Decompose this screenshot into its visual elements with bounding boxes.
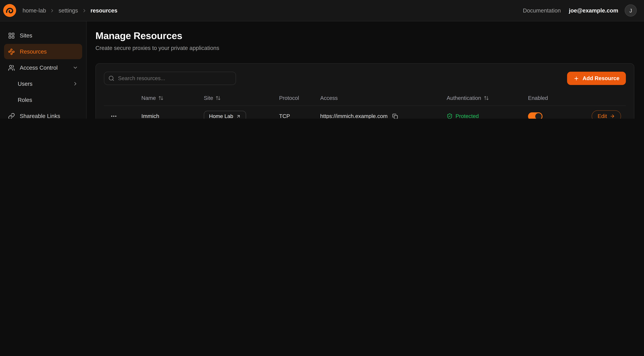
column-header-authentication[interactable]: Authentication <box>447 95 489 101</box>
grid-icon <box>8 32 15 39</box>
edit-button[interactable]: Edit <box>592 110 621 119</box>
sort-icon <box>484 96 489 101</box>
avatar-initial: J <box>629 8 632 14</box>
search-field <box>104 72 236 85</box>
protocol-value: TCP <box>279 113 320 119</box>
documentation-link[interactable]: Documentation <box>523 7 561 14</box>
sort-icon <box>158 96 164 101</box>
resources-table: Name Site Protocol Access Authentication… <box>104 90 626 119</box>
waypoints-icon <box>8 48 15 55</box>
sidebar-item-shareable-links[interactable]: Shareable Links <box>4 108 82 119</box>
resource-name: Immich <box>141 113 204 119</box>
sidebar-item-label: Access Control <box>20 64 58 71</box>
arrow-up-right-icon <box>236 114 241 119</box>
table-header-row: Name Site Protocol Access Authentication… <box>104 90 626 106</box>
avatar[interactable]: J <box>625 4 637 16</box>
chevron-right-icon <box>50 8 55 13</box>
search-icon <box>108 75 114 81</box>
column-header-enabled: Enabled <box>528 95 548 101</box>
breadcrumb: home-lab settings resources <box>22 7 118 14</box>
link-icon <box>8 113 15 119</box>
chevron-down-icon <box>72 65 78 70</box>
column-header-name[interactable]: Name <box>141 95 164 101</box>
sidebar-item-resources[interactable]: Resources <box>4 44 82 59</box>
arrow-right-icon <box>610 114 615 119</box>
search-input[interactable] <box>104 72 236 85</box>
page-title: Manage Resources <box>96 30 634 42</box>
sidebar: Sites Resources Access Control Users <box>0 21 86 119</box>
add-resource-button[interactable]: Add Resource <box>567 72 626 85</box>
chevron-right-icon <box>72 81 78 86</box>
sidebar-item-label: Users <box>18 80 32 87</box>
sidebar-item-label: Shareable Links <box>20 113 60 119</box>
plus-icon <box>574 76 579 81</box>
ellipsis-icon <box>110 113 117 119</box>
sidebar-item-sites[interactable]: Sites <box>4 28 82 43</box>
site-name: Home Lab <box>209 113 233 119</box>
page-subtitle: Create secure proxies to your private ap… <box>96 45 634 51</box>
sidebar-item-users[interactable]: Users <box>4 76 82 92</box>
chevron-right-icon <box>82 8 87 13</box>
site-link-button[interactable]: Home Lab <box>204 110 246 119</box>
resources-panel: Add Resource Name Site Protocol Access A… <box>96 63 634 119</box>
enabled-toggle[interactable] <box>528 112 542 119</box>
shield-check-icon <box>447 113 453 119</box>
sidebar-item-access-control[interactable]: Access Control <box>4 60 82 75</box>
topbar: home-lab settings resources Documentatio… <box>0 0 644 21</box>
sort-icon <box>216 96 221 101</box>
table-row: Immich Home Lab TCP https://immich.examp… <box>104 106 626 119</box>
users-icon <box>8 64 15 71</box>
breadcrumb-settings[interactable]: settings <box>58 7 78 14</box>
column-header-protocol: Protocol <box>279 95 299 101</box>
breadcrumb-home-lab[interactable]: home-lab <box>22 7 46 14</box>
sidebar-item-label: Roles <box>18 97 32 103</box>
copy-button[interactable] <box>392 113 399 119</box>
column-header-site[interactable]: Site <box>204 95 221 101</box>
copy-icon <box>392 114 398 119</box>
sidebar-item-label: Resources <box>20 48 47 55</box>
auth-status: Protected <box>447 113 528 119</box>
sidebar-item-label: Sites <box>20 32 32 39</box>
breadcrumb-resources: resources <box>90 7 118 14</box>
sidebar-item-roles[interactable]: Roles <box>4 92 82 108</box>
column-header-access: Access <box>320 95 338 101</box>
user-email[interactable]: joe@example.com <box>569 7 618 14</box>
row-menu-button[interactable] <box>110 112 118 119</box>
access-url: https://immich.example.com <box>320 113 388 119</box>
app-logo-icon[interactable] <box>3 4 16 17</box>
app-root: home-lab settings resources Documentatio… <box>0 0 644 119</box>
main-content: Manage Resources Create secure proxies t… <box>86 21 644 119</box>
add-resource-label: Add Resource <box>582 75 620 81</box>
